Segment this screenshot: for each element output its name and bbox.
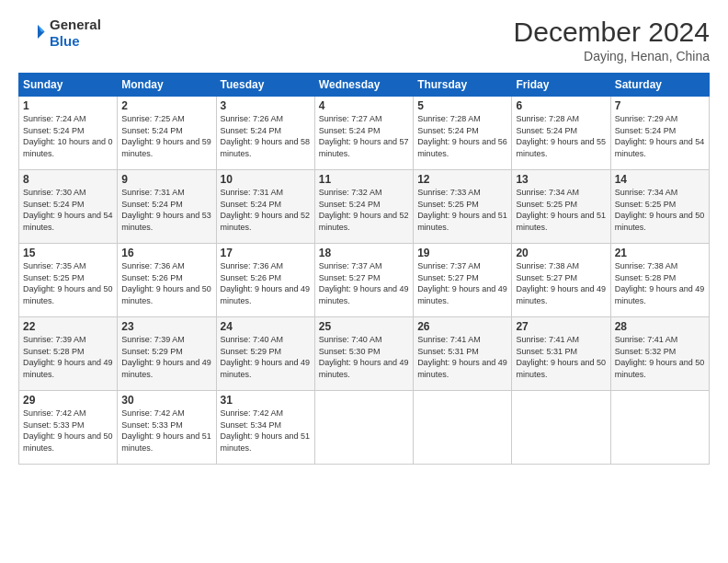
week-row-5: 29 Sunrise: 7:42 AMSunset: 5:33 PMDaylig…: [19, 391, 710, 465]
day-cell-13: 13 Sunrise: 7:34 AMSunset: 5:25 PMDaylig…: [512, 170, 610, 244]
empty-cell-1: [314, 391, 413, 465]
day-cell-10: 10 Sunrise: 7:31 AMSunset: 5:24 PMDaylig…: [216, 170, 314, 244]
day-cell-11: 11 Sunrise: 7:32 AMSunset: 5:24 PMDaylig…: [314, 170, 413, 244]
day-cell-24: 24 Sunrise: 7:40 AMSunset: 5:29 PMDaylig…: [216, 317, 314, 391]
week-row-4: 22 Sunrise: 7:39 AMSunset: 5:28 PMDaylig…: [19, 317, 710, 391]
day-cell-29: 29 Sunrise: 7:42 AMSunset: 5:33 PMDaylig…: [19, 391, 118, 465]
day-cell-17: 17 Sunrise: 7:36 AMSunset: 5:26 PMDaylig…: [216, 244, 314, 317]
day-cell-21: 21 Sunrise: 7:38 AMSunset: 5:28 PMDaylig…: [610, 244, 709, 317]
week-row-1: 1 Sunrise: 7:24 AMSunset: 5:24 PMDayligh…: [19, 97, 710, 170]
day-cell-15: 15 Sunrise: 7:35 AMSunset: 5:25 PMDaylig…: [19, 244, 118, 317]
day-cell-2: 2 Sunrise: 7:25 AMSunset: 5:24 PMDayligh…: [118, 97, 216, 170]
header-saturday: Saturday: [610, 74, 709, 97]
month-title: December 2024: [514, 17, 710, 47]
day-cell-20: 20 Sunrise: 7:38 AMSunset: 5:27 PMDaylig…: [512, 244, 610, 317]
empty-cell-3: [512, 391, 610, 465]
day-cell-4: 4 Sunrise: 7:27 AMSunset: 5:24 PMDayligh…: [314, 97, 413, 170]
day-cell-7: 7 Sunrise: 7:29 AMSunset: 5:24 PMDayligh…: [610, 97, 709, 170]
day-cell-9: 9 Sunrise: 7:31 AMSunset: 5:24 PMDayligh…: [118, 170, 216, 244]
week-row-3: 15 Sunrise: 7:35 AMSunset: 5:25 PMDaylig…: [19, 244, 710, 317]
logo-blue: Blue: [50, 33, 80, 49]
day-cell-18: 18 Sunrise: 7:37 AMSunset: 5:27 PMDaylig…: [314, 244, 413, 317]
day-cell-23: 23 Sunrise: 7:39 AMSunset: 5:29 PMDaylig…: [118, 317, 216, 391]
day-cell-6: 6 Sunrise: 7:28 AMSunset: 5:24 PMDayligh…: [512, 97, 610, 170]
day-cell-26: 26 Sunrise: 7:41 AMSunset: 5:31 PMDaylig…: [414, 317, 512, 391]
weekday-header-row: Sunday Monday Tuesday Wednesday Thursday…: [19, 74, 710, 97]
header: General Blue December 2024 Daying, Henan…: [18, 17, 710, 63]
day-cell-8: 8 Sunrise: 7:30 AMSunset: 5:24 PMDayligh…: [19, 170, 118, 244]
header-wednesday: Wednesday: [314, 74, 413, 97]
day-cell-28: 28 Sunrise: 7:41 AMSunset: 5:32 PMDaylig…: [610, 317, 709, 391]
day-cell-30: 30 Sunrise: 7:42 AMSunset: 5:33 PMDaylig…: [118, 391, 216, 465]
header-sunday: Sunday: [19, 74, 118, 97]
title-block: December 2024 Daying, Henan, China: [514, 17, 710, 63]
day-cell-22: 22 Sunrise: 7:39 AMSunset: 5:28 PMDaylig…: [19, 317, 118, 391]
location-subtitle: Daying, Henan, China: [514, 49, 710, 63]
day-cell-5: 5 Sunrise: 7:28 AMSunset: 5:24 PMDayligh…: [414, 97, 512, 170]
header-monday: Monday: [118, 74, 216, 97]
week-row-2: 8 Sunrise: 7:30 AMSunset: 5:24 PMDayligh…: [19, 170, 710, 244]
logo-general: General: [50, 17, 101, 32]
day-cell-1: 1 Sunrise: 7:24 AMSunset: 5:24 PMDayligh…: [19, 97, 118, 170]
empty-cell-2: [414, 391, 512, 465]
header-friday: Friday: [512, 74, 610, 97]
logo: General Blue: [18, 17, 101, 50]
day-cell-16: 16 Sunrise: 7:36 AMSunset: 5:26 PMDaylig…: [118, 244, 216, 317]
day-cell-19: 19 Sunrise: 7:37 AMSunset: 5:27 PMDaylig…: [414, 244, 512, 317]
day-cell-3: 3 Sunrise: 7:26 AMSunset: 5:24 PMDayligh…: [216, 97, 314, 170]
day-cell-12: 12 Sunrise: 7:33 AMSunset: 5:25 PMDaylig…: [414, 170, 512, 244]
empty-cell-4: [610, 391, 709, 465]
day-cell-27: 27 Sunrise: 7:41 AMSunset: 5:31 PMDaylig…: [512, 317, 610, 391]
day-cell-25: 25 Sunrise: 7:40 AMSunset: 5:30 PMDaylig…: [314, 317, 413, 391]
header-tuesday: Tuesday: [216, 74, 314, 97]
header-thursday: Thursday: [414, 74, 512, 97]
page: General Blue December 2024 Daying, Henan…: [0, 0, 728, 563]
day-cell-31: 31 Sunrise: 7:42 AMSunset: 5:34 PMDaylig…: [216, 391, 314, 465]
logo-text: General Blue: [50, 17, 101, 50]
logo-icon: [18, 19, 46, 47]
day-cell-14: 14 Sunrise: 7:34 AMSunset: 5:25 PMDaylig…: [610, 170, 709, 244]
calendar-table: Sunday Monday Tuesday Wednesday Thursday…: [18, 73, 710, 465]
